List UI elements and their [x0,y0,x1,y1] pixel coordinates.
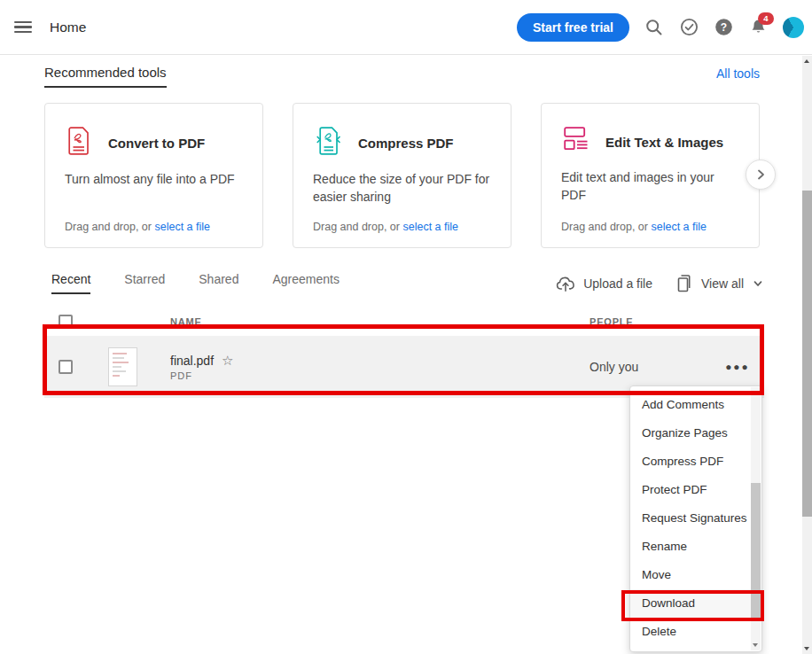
card-description: Reduce the size of your PDF for easier s… [313,170,491,206]
notification-count-badge: 4 [758,12,774,25]
cloud-upload-icon [556,275,575,292]
files-table-header: NAME PEOPLE [44,308,764,336]
menu-item-delete[interactable]: Delete [630,618,761,646]
card-drop-hint: Drag and drop, or select a file [65,221,243,233]
svg-text:?: ? [720,21,726,34]
card-drop-hint: Drag and drop, or select a file [561,221,739,233]
chevron-down-icon [752,277,764,290]
pages-icon [675,274,693,293]
recommended-tools-section: Recommended tools All tools Convert to P… [0,55,812,248]
carousel-next-button[interactable] [746,160,776,190]
menu-item-add-comments[interactable]: Add Comments [630,391,761,419]
menu-item-download[interactable]: Download [630,589,761,618]
help-icon[interactable]: ? [714,18,733,37]
card-title: Edit Text & Images [605,135,723,150]
menu-scrollbar-thumb[interactable] [751,483,761,621]
file-name: final.pdf [170,354,214,368]
tab-recent[interactable]: Recent [51,272,90,294]
compress-pdf-icon [316,127,341,159]
page-scrollbar[interactable] [802,56,812,654]
menu-item-compress-pdf[interactable]: Compress PDF [630,448,761,476]
start-free-trial-button[interactable]: Start free trial [517,13,629,42]
menu-item-organize-pages[interactable]: Organize Pages [630,419,761,448]
user-avatar[interactable] [783,17,804,38]
chevron-right-icon [753,167,769,183]
menu-scrollbar[interactable] [751,387,761,650]
tab-agreements[interactable]: Agreements [272,272,339,294]
select-a-file-link[interactable]: select a file [651,221,707,233]
files-section: Recent Starred Shared Agreements Upload … [0,248,812,398]
file-type-label: PDF [170,370,589,381]
column-header-people: PEOPLE [589,316,711,327]
card-description: Edit text and images in your PDF [561,168,739,205]
hamburger-menu-icon[interactable] [14,21,32,34]
star-icon[interactable]: ☆ [222,354,233,367]
menu-item-request-signatures[interactable]: Request Signatures [630,504,761,533]
tool-card-edit-text-images[interactable]: Edit Text & Images Edit text and images … [541,103,760,248]
card-title: Compress PDF [358,136,454,151]
menu-item-rename[interactable]: Rename [630,533,761,561]
top-bar-actions: Start free trial ? 4 [517,13,812,42]
card-title: Convert to PDF [108,136,205,151]
notifications-bell-icon[interactable]: 4 [748,18,768,37]
search-icon[interactable] [644,18,664,37]
tab-shared[interactable]: Shared [199,272,238,294]
tool-cards-row: Convert to PDF Turn almost any file into… [44,103,760,248]
scroll-down-icon[interactable] [804,647,809,650]
select-all-checkbox[interactable] [59,315,73,329]
check-circle-icon[interactable] [679,18,699,37]
select-a-file-link[interactable]: select a file [154,221,210,233]
all-tools-link[interactable]: All tools [716,66,760,81]
convert-pdf-icon [67,127,91,159]
file-people: Only you [589,360,711,374]
menu-item-protect-pdf[interactable]: Protect PDF [630,476,761,504]
edit-text-icon [564,127,589,157]
top-bar: Home Start free trial ? 4 [0,0,812,55]
tool-card-convert-to-pdf[interactable]: Convert to PDF Turn almost any file into… [44,103,263,248]
menu-item-move[interactable]: Move [630,561,761,589]
select-a-file-link[interactable]: select a file [402,221,458,233]
row-checkbox[interactable] [59,360,73,374]
tool-card-compress-pdf[interactable]: Compress PDF Reduce the size of your PDF… [293,103,511,248]
files-tabs: Recent Starred Shared Agreements [51,272,340,294]
tab-starred[interactable]: Starred [124,272,165,294]
files-table: NAME PEOPLE final.pdf ☆ PDF Only you ●●● [44,308,764,398]
page-scrollbar-thumb[interactable] [802,191,812,517]
file-context-menu: Add Comments Organize Pages Compress PDF… [629,385,762,652]
overflow-menu-icon[interactable]: ●●● [711,361,764,373]
card-description: Turn almost any file into a PDF [65,170,243,188]
recommended-tools-title: Recommended tools [44,65,167,88]
column-header-name: NAME [149,316,589,327]
view-all-dropdown[interactable]: View all [675,274,764,293]
menu-scroll-down-icon[interactable] [753,643,758,647]
upload-a-file-button[interactable]: Upload a file [556,275,652,292]
card-drop-hint: Drag and drop, or select a file [313,221,491,233]
pdf-thumbnail [108,347,137,386]
scroll-up-icon[interactable] [804,59,809,63]
page-title: Home [50,19,86,35]
